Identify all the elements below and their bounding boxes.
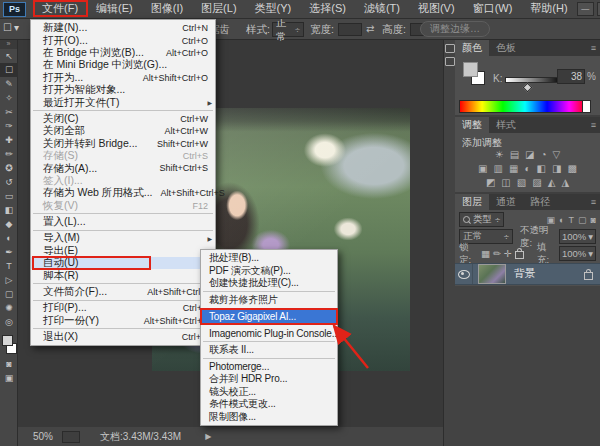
menu-automate[interactable]: 自动(U) ▶ [31, 257, 215, 269]
foreground-color-swatch[interactable] [2, 335, 13, 346]
adjustment-icon[interactable]: ▧ [517, 177, 526, 188]
adjustment-icon[interactable]: ◐ [524, 163, 530, 174]
lasso-tool[interactable]: ✎ [0, 77, 18, 91]
menu-topaz-gigapixel-ai[interactable]: Topaz Gigapixel AI... ▶ [201, 310, 337, 323]
menu-check-in[interactable]: 签入(I)... ▶ [31, 175, 215, 187]
foreground-color-swatch[interactable] [463, 62, 478, 77]
opacity-field[interactable]: 100% ▾ [559, 229, 596, 244]
collapsed-panel-icon[interactable] [445, 44, 455, 53]
tab-styles[interactable]: 样式 [489, 117, 523, 133]
adjustment-icon[interactable]: ▤ [510, 149, 519, 160]
layer-filter-icon[interactable]: ◙ [591, 215, 596, 225]
pen-tool[interactable]: ✒ [0, 245, 18, 259]
zoom-level-field[interactable]: 50% [33, 431, 53, 442]
lock-transparency-icon[interactable]: ▦ [481, 248, 490, 259]
menubar-filter[interactable]: 滤镜(T) [355, 0, 409, 18]
adjustment-icon[interactable]: ▩ [567, 163, 576, 174]
panel-menu-icon[interactable]: ≡ [591, 117, 600, 133]
menu-close-and-go-to-bridge[interactable]: 关闭并转到 Bridge... Shift+Ctrl+W ▶ [31, 138, 215, 150]
menubar-help[interactable]: 帮助(H) [521, 0, 576, 18]
menu-place[interactable]: 置入(L)... ▶ [31, 216, 215, 228]
lock-pixels-icon[interactable]: ✏ [493, 248, 501, 259]
menu-pdf-presentation[interactable]: PDF 演示文稿(P)... ▶ [201, 265, 337, 278]
toolbar-collapse-icon[interactable]: » [0, 40, 17, 49]
layer-thumbnail[interactable] [478, 264, 506, 284]
menu-open-recent[interactable]: 最近打开文件(T) ▶ [31, 96, 215, 108]
adjustment-icon[interactable]: ▨ [532, 177, 541, 188]
rectangular-marquee-tool[interactable]: ☐ [0, 63, 18, 77]
menu-file-info[interactable]: 文件简介(F)... Alt+Shift+Ctrl+I ▶ [31, 286, 215, 298]
adjustment-icon[interactable]: ▣ [478, 163, 487, 174]
tab-paths[interactable]: 路径 [523, 194, 557, 210]
blur-tool[interactable]: ◆ [0, 217, 18, 231]
menu-print[interactable]: 打印(P)... Ctrl+P ▶ [31, 302, 215, 314]
menu-open-as[interactable]: 打开为... Alt+Shift+Ctrl+O ▶ [31, 72, 215, 84]
width-input[interactable] [338, 23, 362, 36]
tab-color[interactable]: 颜色 [455, 40, 489, 56]
adjustment-icon[interactable]: ◭ [548, 177, 556, 188]
fill-field[interactable]: 100% ▾ [559, 246, 596, 261]
adjustment-icon[interactable]: ◮ [561, 177, 569, 188]
adjustment-icon[interactable]: ▦ [509, 163, 518, 174]
menu-save-as[interactable]: 存储为(A)... Shift+Ctrl+S ▶ [31, 162, 215, 174]
k-value-field[interactable]: 38 [557, 69, 585, 84]
rectangle-tool[interactable]: ▢ [0, 287, 18, 301]
menubar-edit[interactable]: 编辑(E) [87, 0, 142, 18]
adjustment-icon[interactable]: ☀ [495, 149, 504, 160]
tab-adjustments[interactable]: 调整 [455, 117, 489, 133]
adjustment-icon[interactable]: ◪ [525, 149, 534, 160]
panel-menu-icon[interactable]: ≡ [591, 40, 600, 56]
menu-save-for-web[interactable]: 存储为 Web 所用格式... Alt+Shift+Ctrl+S ▶ [31, 187, 215, 199]
filter-kind-select[interactable]: 类型 ÷ [459, 212, 504, 227]
k-slider[interactable] [505, 77, 563, 83]
menubar-image[interactable]: 图像(I) [142, 0, 192, 18]
adjustment-icon[interactable]: ◩ [486, 177, 495, 188]
menubar-layer[interactable]: 图层(L) [192, 0, 245, 18]
refine-edge-button[interactable]: 调整边缘… [420, 21, 490, 37]
tool-preset-picker[interactable]: ☐ ▾ [3, 22, 19, 33]
lock-all-icon[interactable] [515, 251, 524, 259]
history-brush-tool[interactable]: ↺ [0, 175, 18, 189]
lock-position-icon[interactable]: ✛ [504, 248, 512, 259]
layer-filter-icon[interactable]: T [569, 215, 575, 225]
menu-close[interactable]: 关闭(C) Ctrl+W ▶ [31, 113, 215, 125]
menu-batch[interactable]: 批处理(B)... ▶ [201, 252, 337, 265]
adjustment-icon[interactable]: ▥ [494, 163, 503, 174]
status-scratch-field[interactable] [62, 431, 80, 443]
menu-print-one-copy[interactable]: 打印一份(Y) Alt+Shift+Ctrl+P ▶ [31, 315, 215, 327]
menu-conditional-mode-change[interactable]: 条件模式更改... ▶ [201, 398, 337, 411]
tab-layers[interactable]: 图层 [455, 194, 489, 210]
swap-width-height-icon[interactable]: ⇄ [366, 23, 374, 34]
type-tool[interactable]: T [0, 259, 18, 273]
brush-tool[interactable]: ✏ [0, 147, 18, 161]
menubar-type[interactable]: 类型(Y) [246, 0, 301, 18]
menu-new[interactable]: 新建(N)... Ctrl+N ▶ [31, 22, 215, 34]
menu-open-as-smart-object[interactable]: 打开为智能对象... ▶ [31, 84, 215, 96]
gradient-tool[interactable]: ◧ [0, 203, 18, 217]
layer-row-background[interactable]: 背景 [455, 263, 600, 285]
crop-tool[interactable]: ✂ [0, 105, 18, 119]
menu-merge-to-hdr-pro[interactable]: 合并到 HDR Pro... ▶ [201, 373, 337, 386]
screen-mode-button[interactable]: ▣ [0, 371, 18, 385]
dodge-tool[interactable]: ◐ [0, 231, 18, 245]
tab-swatches[interactable]: 色板 [489, 40, 523, 56]
layer-filter-icon[interactable]: ▢ [578, 215, 587, 225]
quick-selection-tool[interactable]: ✧ [0, 91, 18, 105]
menu-open[interactable]: 打开(O)... Ctrl+O ▶ [31, 34, 215, 46]
move-tool[interactable]: ↖ [0, 49, 18, 63]
menu-save[interactable]: 存储(S) Ctrl+S ▶ [31, 150, 215, 162]
panel-menu-icon[interactable]: ≡ [591, 194, 600, 210]
tab-channels[interactable]: 通道 [489, 194, 523, 210]
style-select[interactable]: 正常 ÷ [272, 22, 304, 37]
adjustment-icon[interactable]: ◧ [537, 163, 546, 174]
menu-browse-in-bridge[interactable]: 在 Bridge 中浏览(B)... Alt+Ctrl+O ▶ [31, 47, 215, 59]
menu-crop-and-straighten[interactable]: 裁剪并修齐照片 ▶ [201, 294, 337, 307]
eraser-tool[interactable]: ▭ [0, 189, 18, 203]
menu-create-droplet[interactable]: 创建快捷批处理(C)... ▶ [201, 277, 337, 290]
maximize-button[interactable]: ❐ [597, 2, 600, 16]
adjustment-icon[interactable]: ◔ [541, 149, 547, 160]
quick-mask-button[interactable]: ◙ [0, 357, 18, 371]
status-options-arrow[interactable]: ▶ [205, 432, 211, 441]
zoom-tool[interactable]: ◎ [0, 315, 18, 329]
menu-fit-image[interactable]: 限制图像... ▶ [201, 411, 337, 424]
